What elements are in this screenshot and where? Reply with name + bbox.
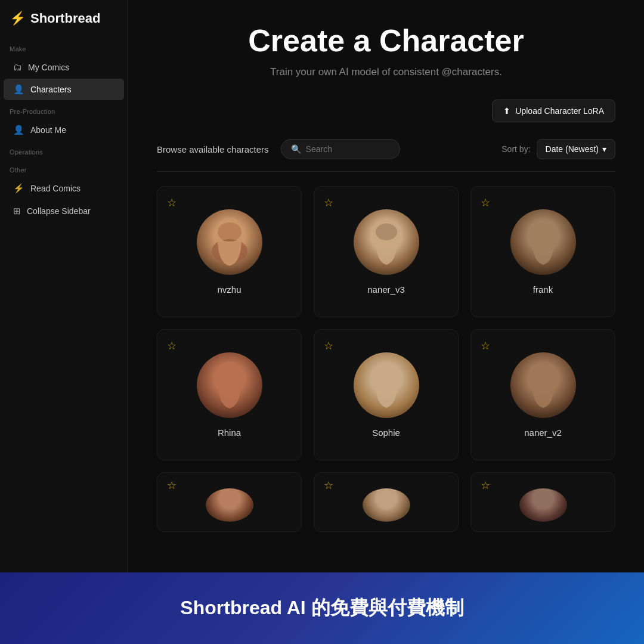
star-button-sophie[interactable]: ☆	[324, 339, 333, 352]
browse-bar: Browse available characters 🔍 Sort by: D…	[157, 139, 615, 172]
logo-text: Shortbread	[30, 11, 100, 26]
character-card-partial-1[interactable]: ☆	[157, 472, 302, 532]
page-title: Create a Character	[157, 24, 615, 58]
character-card-partial-3[interactable]: ☆	[470, 472, 615, 532]
bottom-banner: Shortbread AI 的免費與付費機制	[0, 572, 644, 644]
logo-area: ⚡ Shortbread	[0, 0, 128, 38]
search-icon: 🔍	[291, 144, 301, 154]
upload-character-button[interactable]: ⬆ Upload Character LoRA	[492, 100, 615, 122]
sidebar-item-label: Collapse Sidebar	[27, 206, 91, 216]
char-name-naner-v2: naner_v2	[524, 428, 562, 438]
svg-point-4	[376, 224, 397, 240]
avatar-naner-v2	[510, 352, 576, 418]
section-label-operations: Operations	[0, 141, 128, 159]
sidebar-item-label: Read Comics	[30, 184, 80, 193]
upload-btn-row: ⬆ Upload Character LoRA	[157, 100, 615, 122]
sidebar-item-read-comics[interactable]: ⚡ Read Comics	[4, 178, 124, 199]
character-grid: ☆ nvzhu ☆	[157, 186, 615, 460]
sidebar-item-label: Characters	[30, 85, 71, 94]
star-button-nvzhu[interactable]: ☆	[167, 196, 177, 209]
logo-icon: ⚡	[10, 11, 26, 26]
star-button-partial-2[interactable]: ☆	[324, 479, 333, 492]
star-button-partial-3[interactable]: ☆	[481, 479, 490, 492]
search-box[interactable]: 🔍	[281, 139, 400, 159]
star-button-frank[interactable]: ☆	[481, 196, 490, 209]
sidebar: ⚡ Shortbread Make 🗂 My Comics 👤 Characte…	[0, 0, 128, 572]
browse-label: Browse available characters	[157, 144, 269, 154]
avatar-naner-v3	[354, 209, 419, 275]
character-card-rhina[interactable]: ☆ Rhina	[157, 329, 302, 460]
character-card-naner-v3[interactable]: ☆ naner_v3	[314, 186, 459, 317]
sidebar-item-characters[interactable]: 👤 Characters	[4, 79, 124, 100]
sort-button[interactable]: Date (Newest) ▾	[537, 139, 615, 159]
character-card-frank[interactable]: ☆ frank	[470, 186, 615, 317]
collapse-icon: ⊞	[13, 206, 21, 216]
partial-row: ☆ ☆ ☆	[157, 472, 615, 532]
upload-icon: ⬆	[503, 106, 510, 116]
sidebar-item-about-me[interactable]: 👤 About Me	[4, 119, 124, 141]
main-content: Create a Character Train your own AI mod…	[128, 0, 644, 572]
sidebar-item-label: My Comics	[28, 63, 69, 72]
search-input[interactable]	[306, 144, 383, 154]
char-name-nvzhu: nvzhu	[217, 284, 241, 295]
char-name-frank: frank	[533, 284, 553, 295]
section-label-other: Other	[0, 159, 128, 177]
svg-point-1	[218, 222, 242, 242]
sidebar-item-my-comics[interactable]: 🗂 My Comics	[4, 57, 124, 78]
avatar-partial-3	[519, 488, 567, 522]
char-name-naner-v3: naner_v3	[367, 284, 405, 295]
char-name-sophie: Sophie	[372, 428, 400, 438]
chevron-down-icon: ▾	[602, 144, 606, 154]
star-button-naner-v3[interactable]: ☆	[324, 196, 333, 209]
avatar-nvzhu	[197, 209, 262, 275]
avatar-partial-1	[206, 488, 253, 522]
sidebar-item-collapse[interactable]: ⊞ Collapse Sidebar	[4, 200, 124, 222]
char-name-rhina: Rhina	[218, 428, 241, 438]
section-label-make: Make	[0, 38, 128, 56]
star-button-partial-1[interactable]: ☆	[167, 479, 177, 492]
avatar-frank	[510, 209, 576, 275]
character-card-sophie[interactable]: ☆ Sophie	[314, 329, 459, 460]
avatar-partial-2	[363, 488, 410, 522]
comics-icon: 🗂	[13, 62, 22, 72]
character-card-nvzhu[interactable]: ☆ nvzhu	[157, 186, 302, 317]
page-header: Create a Character Train your own AI mod…	[157, 24, 615, 78]
page-subtitle: Train your own AI model of consistent @c…	[157, 66, 615, 78]
section-label-preproduction: Pre-Production	[0, 101, 128, 119]
avatar-sophie	[354, 352, 419, 418]
banner-text: Shortbread AI 的免費與付費機制	[180, 595, 463, 621]
star-button-rhina[interactable]: ☆	[167, 339, 177, 352]
star-button-naner-v2[interactable]: ☆	[481, 339, 490, 352]
characters-icon: 👤	[13, 84, 24, 95]
character-card-partial-2[interactable]: ☆	[314, 472, 459, 532]
sort-label: Sort by:	[501, 144, 530, 154]
read-comics-icon: ⚡	[13, 183, 24, 194]
sort-value: Date (Newest)	[546, 144, 599, 154]
sort-area: Sort by: Date (Newest) ▾	[501, 139, 615, 159]
about-icon: 👤	[13, 125, 24, 135]
avatar-rhina	[197, 352, 262, 418]
character-card-naner-v2[interactable]: ☆ naner_v2	[470, 329, 615, 460]
sidebar-item-label: About Me	[30, 125, 66, 135]
